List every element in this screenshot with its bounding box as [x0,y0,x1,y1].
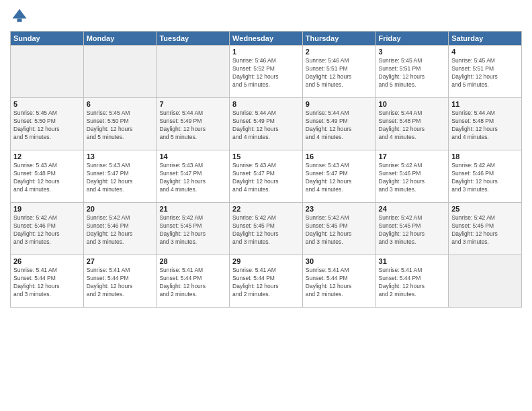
day-number: 19 [13,205,81,213]
calendar-cell: 12Sunrise: 5:43 AM Sunset: 5:48 PM Dayli… [11,150,84,203]
day-info: Sunrise: 5:41 AM Sunset: 5:44 PM Dayligh… [379,267,446,299]
calendar-week-5: 26Sunrise: 5:41 AM Sunset: 5:44 PM Dayli… [11,255,522,308]
day-number: 7 [159,100,226,108]
day-number: 22 [232,205,300,213]
day-number: 11 [451,100,519,108]
weekday-header-monday: Monday [83,32,157,46]
weekday-header-row: SundayMondayTuesdayWednesdayThursdayFrid… [11,32,522,46]
day-info: Sunrise: 5:45 AM Sunset: 5:51 PM Dayligh… [379,57,446,89]
logo [10,7,32,26]
day-info: Sunrise: 5:45 AM Sunset: 5:50 PM Dayligh… [87,109,154,142]
calendar-week-3: 12Sunrise: 5:43 AM Sunset: 5:48 PM Dayli… [11,150,522,203]
day-info: Sunrise: 5:42 AM Sunset: 5:45 PM Dayligh… [159,214,226,246]
calendar-cell: 11Sunrise: 5:44 AM Sunset: 5:48 PM Dayli… [449,98,522,150]
logo-icon [10,7,29,26]
day-info: Sunrise: 5:44 AM Sunset: 5:48 PM Dayligh… [379,109,446,142]
calendar-cell: 22Sunrise: 5:42 AM Sunset: 5:45 PM Dayli… [230,203,303,255]
day-number: 31 [379,257,446,265]
calendar-cell: 7Sunrise: 5:44 AM Sunset: 5:49 PM Daylig… [157,98,230,150]
day-number: 1 [232,48,300,56]
calendar-cell: 29Sunrise: 5:41 AM Sunset: 5:44 PM Dayli… [230,255,303,308]
day-info: Sunrise: 5:42 AM Sunset: 5:45 PM Dayligh… [306,214,373,246]
day-number: 4 [451,48,519,56]
weekday-header-friday: Friday [375,32,449,46]
calendar-cell: 23Sunrise: 5:42 AM Sunset: 5:45 PM Dayli… [302,203,375,255]
day-number: 24 [379,205,446,213]
day-info: Sunrise: 5:42 AM Sunset: 5:46 PM Dayligh… [13,214,81,246]
day-info: Sunrise: 5:42 AM Sunset: 5:45 PM Dayligh… [379,214,446,246]
page: SundayMondayTuesdayWednesdayThursdayFrid… [0,0,532,411]
day-number: 27 [87,257,154,265]
calendar-cell [11,46,84,98]
day-info: Sunrise: 5:42 AM Sunset: 5:46 PM Dayligh… [379,162,446,194]
calendar-cell: 21Sunrise: 5:42 AM Sunset: 5:45 PM Dayli… [157,203,230,255]
day-info: Sunrise: 5:42 AM Sunset: 5:46 PM Dayligh… [451,162,519,194]
day-info: Sunrise: 5:44 AM Sunset: 5:48 PM Dayligh… [451,109,519,142]
calendar-week-2: 5Sunrise: 5:45 AM Sunset: 5:50 PM Daylig… [11,98,522,150]
calendar-cell: 14Sunrise: 5:43 AM Sunset: 5:47 PM Dayli… [157,150,230,203]
day-number: 28 [159,257,226,265]
day-number: 30 [306,257,373,265]
day-number: 2 [306,48,373,56]
weekday-header-wednesday: Wednesday [230,32,303,46]
calendar-week-1: 1Sunrise: 5:46 AM Sunset: 5:52 PM Daylig… [11,46,522,98]
svg-rect-1 [17,19,22,22]
svg-marker-0 [13,9,27,19]
day-number: 25 [451,205,519,213]
day-number: 17 [379,152,446,161]
header [10,7,522,26]
calendar-cell: 1Sunrise: 5:46 AM Sunset: 5:52 PM Daylig… [230,46,303,98]
calendar-cell: 8Sunrise: 5:44 AM Sunset: 5:49 PM Daylig… [230,98,303,150]
weekday-header-sunday: Sunday [11,32,84,46]
calendar-cell: 19Sunrise: 5:42 AM Sunset: 5:46 PM Dayli… [11,203,84,255]
calendar-cell: 3Sunrise: 5:45 AM Sunset: 5:51 PM Daylig… [375,46,449,98]
day-number: 8 [232,100,300,108]
calendar-cell: 4Sunrise: 5:45 AM Sunset: 5:51 PM Daylig… [449,46,522,98]
day-number: 16 [306,152,373,161]
calendar-cell [449,255,522,308]
day-info: Sunrise: 5:42 AM Sunset: 5:45 PM Dayligh… [232,214,300,246]
day-info: Sunrise: 5:45 AM Sunset: 5:51 PM Dayligh… [451,57,519,89]
calendar-cell: 9Sunrise: 5:44 AM Sunset: 5:49 PM Daylig… [302,98,375,150]
day-number: 21 [159,205,226,213]
day-number: 9 [306,100,373,108]
weekday-header-tuesday: Tuesday [157,32,230,46]
day-info: Sunrise: 5:44 AM Sunset: 5:49 PM Dayligh… [232,109,300,142]
day-info: Sunrise: 5:46 AM Sunset: 5:51 PM Dayligh… [306,57,373,89]
day-info: Sunrise: 5:44 AM Sunset: 5:49 PM Dayligh… [306,109,373,142]
calendar-cell: 20Sunrise: 5:42 AM Sunset: 5:46 PM Dayli… [83,203,157,255]
calendar-cell: 17Sunrise: 5:42 AM Sunset: 5:46 PM Dayli… [375,150,449,203]
calendar-cell: 28Sunrise: 5:41 AM Sunset: 5:44 PM Dayli… [157,255,230,308]
day-number: 5 [13,100,81,108]
day-number: 12 [13,152,81,161]
day-number: 10 [379,100,446,108]
day-info: Sunrise: 5:46 AM Sunset: 5:52 PM Dayligh… [232,57,300,89]
calendar-cell: 18Sunrise: 5:42 AM Sunset: 5:46 PM Dayli… [449,150,522,203]
day-info: Sunrise: 5:43 AM Sunset: 5:48 PM Dayligh… [13,162,81,194]
calendar-cell: 16Sunrise: 5:43 AM Sunset: 5:47 PM Dayli… [302,150,375,203]
day-info: Sunrise: 5:43 AM Sunset: 5:47 PM Dayligh… [87,162,154,194]
calendar-cell: 6Sunrise: 5:45 AM Sunset: 5:50 PM Daylig… [83,98,157,150]
day-number: 3 [379,48,446,56]
weekday-header-thursday: Thursday [302,32,375,46]
calendar-cell: 27Sunrise: 5:41 AM Sunset: 5:44 PM Dayli… [83,255,157,308]
weekday-header-saturday: Saturday [449,32,522,46]
calendar-cell: 25Sunrise: 5:42 AM Sunset: 5:45 PM Dayli… [449,203,522,255]
day-number: 26 [13,257,81,265]
calendar-cell: 26Sunrise: 5:41 AM Sunset: 5:44 PM Dayli… [11,255,84,308]
day-info: Sunrise: 5:41 AM Sunset: 5:44 PM Dayligh… [306,267,373,299]
day-info: Sunrise: 5:43 AM Sunset: 5:47 PM Dayligh… [232,162,300,194]
day-number: 6 [87,100,154,108]
day-info: Sunrise: 5:44 AM Sunset: 5:49 PM Dayligh… [159,109,226,142]
calendar-cell: 31Sunrise: 5:41 AM Sunset: 5:44 PM Dayli… [375,255,449,308]
calendar-cell: 5Sunrise: 5:45 AM Sunset: 5:50 PM Daylig… [11,98,84,150]
day-number: 15 [232,152,300,161]
calendar-table: SundayMondayTuesdayWednesdayThursdayFrid… [10,31,522,308]
calendar-cell [157,46,230,98]
day-info: Sunrise: 5:41 AM Sunset: 5:44 PM Dayligh… [87,267,154,299]
day-number: 14 [159,152,226,161]
calendar-cell: 13Sunrise: 5:43 AM Sunset: 5:47 PM Dayli… [83,150,157,203]
day-info: Sunrise: 5:42 AM Sunset: 5:46 PM Dayligh… [87,214,154,246]
day-info: Sunrise: 5:45 AM Sunset: 5:50 PM Dayligh… [13,109,81,142]
day-number: 29 [232,257,300,265]
